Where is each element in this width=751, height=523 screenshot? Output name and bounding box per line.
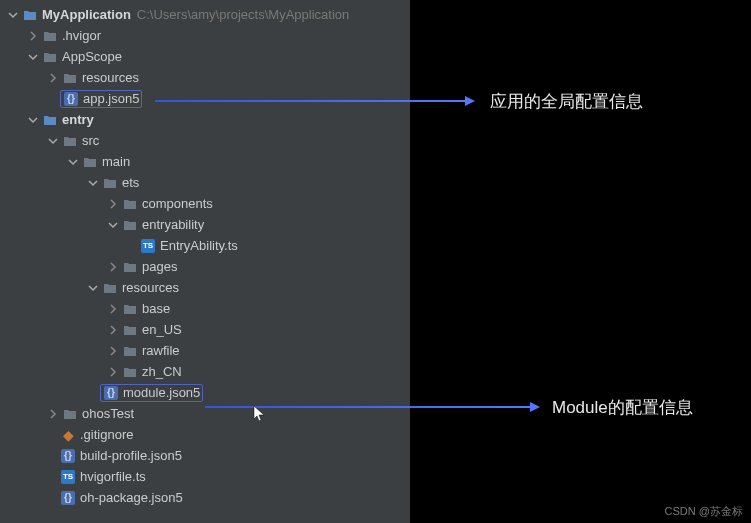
tree-item-resources[interactable]: resources — [0, 277, 410, 298]
tree-item-entryability[interactable]: entryability — [0, 214, 410, 235]
chevron-right-icon[interactable] — [46, 407, 60, 421]
tree-item-entry[interactable]: entry — [0, 109, 410, 130]
item-label: pages — [142, 259, 177, 274]
item-label: src — [82, 133, 99, 148]
json-file-icon: {} — [63, 91, 79, 107]
cursor-pointer-icon — [253, 405, 267, 426]
json-file-icon: {} — [60, 448, 76, 464]
tree-item-base[interactable]: base — [0, 298, 410, 319]
item-label: ets — [122, 175, 139, 190]
chevron-right-icon[interactable] — [106, 302, 120, 316]
project-icon — [22, 7, 38, 23]
tree-item-build-profile[interactable]: {} build-profile.json5 — [0, 445, 410, 466]
watermark: CSDN @苏金标 — [665, 504, 743, 519]
folder-icon — [102, 175, 118, 191]
ts-file-icon: TS — [60, 469, 76, 485]
folder-icon — [82, 154, 98, 170]
chevron-right-icon[interactable] — [106, 323, 120, 337]
tree-item-components[interactable]: components — [0, 193, 410, 214]
gitignore-file-icon: ◆ — [60, 427, 76, 443]
item-label: rawfile — [142, 343, 180, 358]
item-label: entryability — [142, 217, 204, 232]
root-path: C:\Users\amy\projects\MyApplication — [137, 7, 349, 22]
project-tree-panel: MyApplication C:\Users\amy\projects\MyAp… — [0, 0, 410, 523]
tree-item-zh-cn[interactable]: zh_CN — [0, 361, 410, 382]
tree-item-oh-package[interactable]: {} oh-package.json5 — [0, 487, 410, 508]
tree-item-appscope-resources[interactable]: resources — [0, 67, 410, 88]
tree-item-appscope[interactable]: AppScope — [0, 46, 410, 67]
highlight-module-json5: {} module.json5 — [100, 384, 203, 402]
folder-icon — [42, 49, 58, 65]
item-label: zh_CN — [142, 364, 182, 379]
arrow-head-icon — [465, 96, 475, 106]
item-label: components — [142, 196, 213, 211]
chevron-right-icon[interactable] — [46, 71, 60, 85]
item-label: EntryAbility.ts — [160, 238, 238, 253]
item-label: resources — [82, 70, 139, 85]
tree-item-pages[interactable]: pages — [0, 256, 410, 277]
item-label: .gitignore — [80, 427, 133, 442]
highlight-app-json5: {} app.json5 — [60, 90, 142, 108]
item-label: en_US — [142, 322, 182, 337]
folder-icon — [122, 259, 138, 275]
folder-icon — [122, 196, 138, 212]
folder-icon — [122, 364, 138, 380]
folder-icon — [62, 406, 78, 422]
item-label: oh-package.json5 — [80, 490, 183, 505]
tree-item-ets[interactable]: ets — [0, 172, 410, 193]
item-label: build-profile.json5 — [80, 448, 182, 463]
root-name: MyApplication — [42, 7, 131, 22]
item-label: hvigorfile.ts — [80, 469, 146, 484]
item-label: .hvigor — [62, 28, 101, 43]
chevron-right-icon[interactable] — [106, 197, 120, 211]
tree-item-main[interactable]: main — [0, 151, 410, 172]
chevron-down-icon[interactable] — [26, 50, 40, 64]
chevron-down-icon[interactable] — [86, 176, 100, 190]
chevron-down-icon[interactable] — [66, 155, 80, 169]
json-file-icon: {} — [103, 385, 119, 401]
chevron-right-icon[interactable] — [26, 29, 40, 43]
folder-icon — [42, 28, 58, 44]
tree-root[interactable]: MyApplication C:\Users\amy\projects\MyAp… — [0, 4, 410, 25]
tree-item-entryability-ts[interactable]: TS EntryAbility.ts — [0, 235, 410, 256]
annotation-module-json: Module的配置信息 — [552, 396, 693, 419]
chevron-down-icon[interactable] — [46, 134, 60, 148]
module-folder-icon — [42, 112, 58, 128]
chevron-down-icon[interactable] — [6, 8, 20, 22]
folder-icon — [122, 322, 138, 338]
chevron-right-icon[interactable] — [106, 344, 120, 358]
folder-icon — [102, 280, 118, 296]
tree-item-app-json5[interactable]: {} app.json5 — [0, 88, 410, 109]
item-label: ohosTest — [82, 406, 134, 421]
item-label: resources — [122, 280, 179, 295]
ts-file-icon: TS — [140, 238, 156, 254]
tree-item-hvigor[interactable]: .hvigor — [0, 25, 410, 46]
chevron-down-icon[interactable] — [106, 218, 120, 232]
chevron-down-icon[interactable] — [86, 281, 100, 295]
folder-icon — [122, 343, 138, 359]
json-file-icon: {} — [60, 490, 76, 506]
arrow-head-icon — [530, 402, 540, 412]
tree-item-src[interactable]: src — [0, 130, 410, 151]
item-label: main — [102, 154, 130, 169]
annotation-arrow-app — [155, 100, 465, 102]
item-label: app.json5 — [83, 91, 139, 106]
folder-icon — [62, 70, 78, 86]
chevron-right-icon[interactable] — [106, 260, 120, 274]
item-label: entry — [62, 112, 94, 127]
chevron-down-icon[interactable] — [26, 113, 40, 127]
tree-item-module-json5[interactable]: {} module.json5 — [0, 382, 410, 403]
folder-icon — [62, 133, 78, 149]
tree-item-rawfile[interactable]: rawfile — [0, 340, 410, 361]
folder-icon — [122, 301, 138, 317]
item-label: base — [142, 301, 170, 316]
tree-item-gitignore[interactable]: ◆ .gitignore — [0, 424, 410, 445]
item-label: AppScope — [62, 49, 122, 64]
tree-item-hvigorfile[interactable]: TS hvigorfile.ts — [0, 466, 410, 487]
chevron-right-icon[interactable] — [106, 365, 120, 379]
item-label: module.json5 — [123, 385, 200, 400]
folder-icon — [122, 217, 138, 233]
annotation-app-json: 应用的全局配置信息 — [490, 90, 643, 113]
tree-item-en-us[interactable]: en_US — [0, 319, 410, 340]
